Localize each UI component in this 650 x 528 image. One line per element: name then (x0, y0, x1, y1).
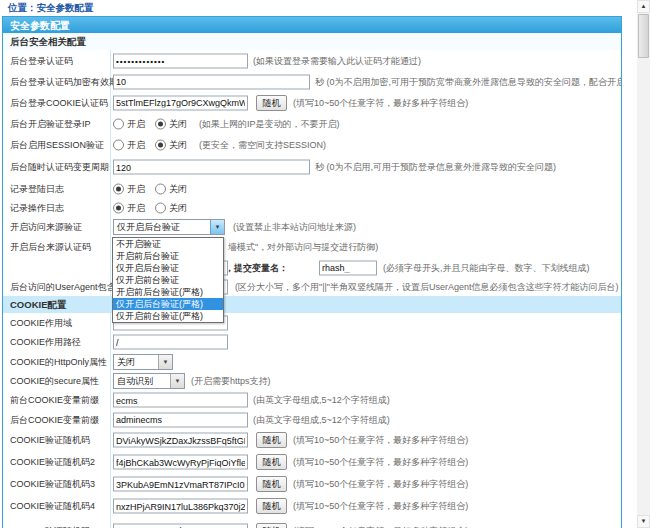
row-verify-login-ip: 后台开启验证登录IP 开启 关闭 (如果上网的IP是变动的，不要开启) (3, 113, 621, 135)
dropdown-option[interactable]: 仅开启后台验证(严格) (113, 298, 223, 310)
random-button[interactable]: 随机 (256, 454, 287, 470)
radio-off-label: 关闭 (169, 182, 187, 195)
field-label: 后台启用SESSION验证 (10, 139, 104, 152)
row-source-auth-code: 开启后台来源认证码 墙模式"，对外部访问与提交进行防御) (3, 237, 621, 258)
radio-on-label: 开启 (127, 139, 145, 152)
chevron-down-icon[interactable]: ▼ (170, 374, 184, 388)
field-hint: (如果设置登录需要输入此认证码才能通过) (253, 54, 421, 67)
dropdown-option[interactable]: 开启前后台验证 (113, 250, 223, 262)
dropdown-option[interactable]: 仅开启前台验证(严格) (113, 310, 223, 322)
row-cookie-rand4: COOKIE验证随机码4 随机 (填写10~50个任意字符，最好多种字符组合) (3, 495, 621, 518)
row-session-verify: 后台启用SESSION验证 开启 关闭 (更安全，需空间支持SESSION) (3, 134, 621, 157)
field-hint: (填写10~50个任意字符，最好多种字符组合) (293, 434, 468, 447)
radio-on[interactable] (113, 203, 124, 214)
field-label: 后台COOKIE变量前缀 (10, 413, 99, 426)
radio-on[interactable] (113, 140, 124, 151)
radio-off-label: 关闭 (169, 139, 187, 152)
field-hint: (填写10~50个任意字符，最好多种字符组合) (293, 524, 468, 528)
cookie-secure-select[interactable]: 自动识别 ▼ (113, 373, 185, 389)
field-hint: (设置禁止非本站访问地址来源) (233, 221, 356, 234)
vertical-scrollbar[interactable]: ▲ ▼ (637, 0, 650, 528)
random-button[interactable]: 随机 (256, 95, 287, 111)
dropdown-option[interactable]: 仅开启后台验证 (113, 262, 223, 274)
radio-off[interactable] (155, 203, 166, 214)
field-label: 前台COOKIE变量前缀 (10, 394, 99, 407)
field-label: 开启访问来源验证 (10, 221, 82, 234)
cookie-rand4-input[interactable] (113, 499, 248, 514)
scroll-up-icon[interactable]: ▲ (637, 0, 650, 13)
dropdown-option[interactable]: 开启前后台验证(严格) (113, 286, 223, 298)
field-hint: (开启需要https支持) (191, 374, 271, 387)
field-hint-fragment: 墙模式"，对外部访问与提交进行防御) (228, 241, 378, 254)
field-label: 后台登录认证码 (10, 54, 73, 67)
field-label: 后台登录COOKIE认证码 (10, 96, 108, 109)
field-label: 开启后台来源认证码 (10, 241, 91, 254)
breadcrumb[interactable]: 位置：安全参数配置 (8, 2, 94, 15)
scrollbar-thumb[interactable] (638, 14, 649, 58)
radio-on[interactable] (113, 183, 124, 194)
field-label: 后台随时认证码变更周期 (10, 161, 109, 174)
submit-var-input[interactable] (319, 260, 377, 275)
security-config-panel: 安全参数配置 后台安全相关配置 后台登录认证码 (如果设置登录需要输入此认证码才… (2, 16, 622, 528)
dropdown-option[interactable]: 不开启验证 (113, 238, 223, 250)
cookie-rand5-input[interactable] (113, 523, 248, 528)
row-op-log: 记录操作日志 开启 关闭 (3, 199, 621, 218)
cookie-rand1-input[interactable] (113, 433, 248, 448)
field-label: COOKIE验证随机码4 (10, 500, 95, 513)
field-hint: 秒 (0为不启用加密,可用于预防宽带商意外泄露信息导致的安全问题，配合开启验证码… (315, 75, 622, 88)
field-hint: (填写10~50个任意字符，最好多种字符组合) (293, 500, 468, 513)
field-hint: (填写10~50个任意字符，最好多种字符组合) (293, 96, 468, 109)
row-auth-change-period: 后台随时认证码变更周期 秒 (0为不启用,可用于预防登录信息意外泄露导致的安全问… (3, 156, 621, 179)
field-label: 记录操作日志 (10, 202, 64, 215)
random-button[interactable]: 随机 (256, 432, 287, 448)
field-label: COOKIE的secure属性 (10, 374, 99, 387)
login-cookie-auth-input[interactable] (113, 95, 248, 110)
login-auth-code-input[interactable] (113, 53, 248, 68)
radio-off-label: 关闭 (169, 202, 187, 215)
row-front-cookie-prefix: 前台COOKIE变量前缀 (由英文字母组成,5~12个字符组成) (3, 390, 621, 411)
chevron-down-icon[interactable]: ▼ (210, 220, 224, 234)
radio-off[interactable] (155, 118, 166, 129)
field-hint: (必须字母开头,并且只能由字母、数字、下划线组成) (383, 261, 590, 274)
source-verify-select[interactable]: 仅开启后台验证 ▼ (113, 219, 225, 235)
radio-off[interactable] (155, 140, 166, 151)
random-button[interactable]: 随机 (256, 523, 287, 528)
field-hint: (由英文字母组成,5~12个字符组成) (253, 394, 390, 407)
field-label: COOKIE的HttpOnly属性 (10, 355, 107, 368)
front-cookie-prefix-input[interactable] (113, 393, 248, 408)
auth-code-expire-input[interactable] (113, 74, 310, 89)
row-cookie-httponly: COOKIE的HttpOnly属性 关闭 ▼ (3, 352, 621, 372)
source-verify-dropdown-list: 不开启验证 开启前后台验证 仅开启后台验证 仅开启前台验证 开启前后台验证(严格… (112, 237, 224, 323)
chevron-down-icon[interactable]: ▼ (158, 355, 172, 369)
row-submit-var: ，提交变量名： (必须字母开头,并且只能由字母、数字、下划线组成) (3, 257, 621, 279)
field-label: COOKIE验证随机码 (10, 434, 90, 447)
cookie-httponly-select[interactable]: 关闭 ▼ (113, 354, 173, 370)
auth-change-period-input[interactable] (113, 160, 310, 175)
section-cookie-config: COOKIE配置 (3, 296, 621, 314)
field-hint: (区分大小写，多个用"||"半角双竖线隔开，设置后UserAgent信息必须包含… (235, 281, 619, 294)
row-source-verify: 开启访问来源验证 仅开启后台验证 ▼ (设置禁止非本站访问地址来源) (3, 217, 621, 238)
scroll-down-icon[interactable]: ▼ (637, 515, 650, 528)
field-hint: (更安全，需空间支持SESSION) (199, 139, 326, 152)
random-button[interactable]: 随机 (256, 476, 287, 492)
radio-on[interactable] (113, 118, 124, 129)
field-hint: (填写10~50个任意字符，最好多种字符组合) (293, 478, 468, 491)
radio-off[interactable] (155, 183, 166, 194)
row-cookie-rand5: COOKIE验证随机码5 随机 (填写10~50个任意字符，最好多种字符组合) (3, 517, 621, 528)
field-label: COOKIE作用域 (10, 316, 72, 329)
field-hint: (填写10~50个任意字符，最好多种字符组合) (293, 456, 468, 469)
field-hint: 秒 (0为不启用,可用于预防登录信息意外泄露导致的安全问题) (315, 161, 556, 174)
cookie-path-input[interactable] (113, 335, 228, 350)
cookie-rand3-input[interactable] (113, 477, 248, 492)
admin-cookie-prefix-input[interactable] (113, 412, 248, 427)
radio-on-label: 开启 (127, 182, 145, 195)
dropdown-option[interactable]: 仅开启前台验证 (113, 274, 223, 286)
row-login-log: 记录登陆日志 开启 关闭 (3, 178, 621, 200)
row-cookie-path: COOKIE作用路径 (3, 332, 621, 353)
row-cookie-secure: COOKIE的secure属性 自动识别 ▼ (开启需要https支持) (3, 371, 621, 391)
random-button[interactable]: 随机 (256, 498, 287, 514)
field-label: 后台登录认证码加密有效期 (10, 75, 118, 88)
cookie-rand2-input[interactable] (113, 455, 248, 470)
row-auth-code-expire: 后台登录认证码加密有效期 秒 (0为不启用加密,可用于预防宽带商意外泄露信息导致… (3, 71, 621, 93)
field-label: 后台开启验证登录IP (10, 117, 91, 130)
